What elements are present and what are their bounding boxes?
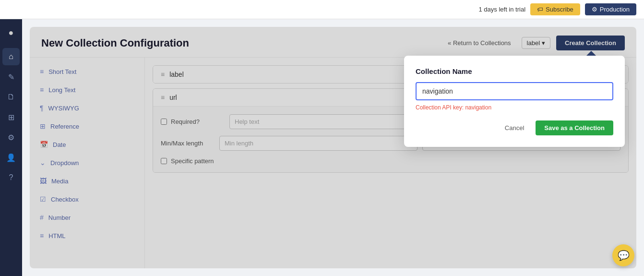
sidebar-item-blog[interactable]: ✎ [2,68,20,85]
sidebar-item-files[interactable]: 🗋 [2,88,20,106]
app-layout: ● ⌂ ✎ 🗋 ⊞ ⚙ 👤 ? New Collection Configura… [0,19,644,276]
modal-title: Collection Name [416,67,613,75]
sidebar-item-grid[interactable]: ⊞ [2,108,20,126]
sidebar-logo: ● [2,24,20,41]
main-content: New Collection Configuration « Return to… [22,19,644,276]
chat-button[interactable]: 💬 [612,244,634,266]
page-container: New Collection Configuration « Return to… [30,27,636,268]
modal-api-key-row: Collection API key: navigation [416,104,613,111]
production-button[interactable]: ⚙ Production [585,3,636,15]
sidebar-item-users[interactable]: 👤 [2,149,20,166]
modal-actions: Cancel Save as a Collection [416,120,613,135]
trial-text: 1 days left in trial [478,6,525,13]
save-collection-button[interactable]: Save as a Collection [536,120,613,135]
sidebar-item-plugins[interactable]: ⚙ [2,129,20,146]
top-bar: 1 days left in trial 🏷 Subscribe ⚙ Produ… [0,0,644,19]
chat-icon: 💬 [618,250,630,261]
sidebar: ● ⌂ ✎ 🗋 ⊞ ⚙ 👤 ? [0,19,22,276]
subscribe-icon: 🏷 [537,6,543,13]
subscribe-button[interactable]: 🏷 Subscribe [530,3,580,15]
sidebar-item-help[interactable]: ? [2,169,20,186]
cancel-button[interactable]: Cancel [498,120,531,135]
collection-name-input[interactable] [416,82,613,100]
collection-name-modal: Collection Name Collection API key: navi… [404,56,625,147]
modal-overlay: Collection Name Collection API key: navi… [30,27,636,268]
production-icon: ⚙ [592,6,597,13]
api-key-label: Collection API key: [416,104,464,111]
api-key-value: navigation [465,104,491,111]
sidebar-item-home[interactable]: ⌂ [2,48,20,65]
